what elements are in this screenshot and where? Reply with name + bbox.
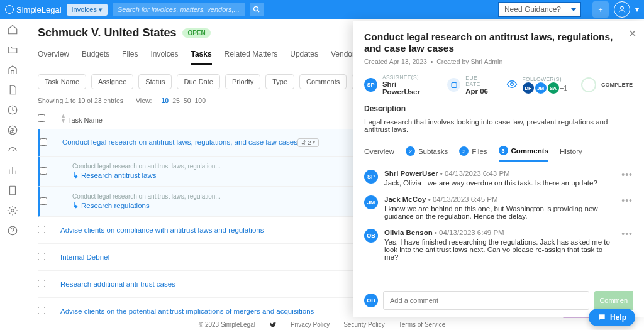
- task-link[interactable]: Advise clients on compliance with antitr…: [60, 226, 264, 234]
- comment-timestamp: • 04/13/2023 6:45 PM: [428, 195, 498, 203]
- row-checkbox[interactable]: [40, 197, 47, 205]
- followers-avatars: DF JM SA +1: [523, 82, 567, 94]
- tab-count-badge: 3: [459, 146, 469, 156]
- comment-input[interactable]: [383, 291, 589, 310]
- footer-link[interactable]: Terms of Service: [399, 321, 445, 328]
- search-button[interactable]: [250, 3, 264, 16]
- tab-tasks[interactable]: Tasks: [191, 46, 211, 65]
- gauge-icon[interactable]: [7, 145, 18, 156]
- view-opt-10[interactable]: 10: [161, 97, 169, 104]
- gear-icon[interactable]: [7, 205, 18, 216]
- task-detail-panel: ✕ Conduct legal research on antitrust la…: [353, 21, 644, 317]
- tab-files[interactable]: Files: [122, 46, 138, 65]
- search-input[interactable]: [113, 3, 245, 16]
- filter-due-date[interactable]: Due Date: [177, 74, 219, 89]
- comment-menu-icon[interactable]: •••: [621, 170, 633, 187]
- row-checkbox[interactable]: [40, 167, 47, 175]
- comment-menu-icon[interactable]: •••: [621, 229, 633, 261]
- followers-more: +1: [560, 85, 567, 92]
- tab-related-matters[interactable]: Related Matters: [225, 46, 278, 65]
- comment-menu-icon[interactable]: •••: [621, 195, 633, 220]
- help-icon[interactable]: [7, 225, 18, 236]
- comment-submit-button[interactable]: Commen: [594, 291, 633, 310]
- col-name[interactable]: Task Name: [68, 116, 103, 124]
- left-rail: »: [0, 19, 25, 330]
- assignee-group[interactable]: SP ASSIGNEE(S) Shri PowerUser: [364, 74, 433, 96]
- tablet-icon[interactable]: [7, 185, 18, 196]
- select-all-checkbox[interactable]: [38, 114, 45, 122]
- panel-tab-overview[interactable]: Overview: [364, 144, 394, 160]
- twitter-icon[interactable]: [269, 321, 277, 329]
- brand-text: SimpleLegal: [16, 5, 62, 14]
- subtask-arrow-icon: ↳: [72, 172, 79, 179]
- task-link[interactable]: Conduct legal research on antitrust laws…: [62, 138, 297, 146]
- row-checkbox[interactable]: [38, 226, 45, 233]
- filter-status[interactable]: Status: [138, 74, 172, 89]
- search-scope-dropdown[interactable]: Invoices ▾: [67, 4, 108, 16]
- follower-avatar: SA: [548, 82, 559, 94]
- help-bubble[interactable]: Help: [589, 309, 635, 326]
- tab-budgets[interactable]: Budgets: [82, 46, 109, 65]
- view-opt-100[interactable]: 100: [195, 97, 206, 104]
- brand[interactable]: SimpleLegal: [5, 5, 62, 14]
- panel-tab-subtasks[interactable]: 2Subtasks: [406, 143, 448, 161]
- home-icon[interactable]: [7, 24, 18, 35]
- task-link[interactable]: Advise clients on the potential antitrus…: [60, 307, 314, 315]
- user-avatar[interactable]: [614, 1, 630, 18]
- description-heading: Description: [364, 104, 633, 113]
- folder-icon[interactable]: [7, 44, 18, 55]
- comment-author: Jack McCoy: [384, 195, 426, 203]
- topbar: SimpleLegal Invoices ▾ Need Guidance? ＋ …: [0, 0, 644, 19]
- subtask-arrow-icon: ↳: [72, 202, 79, 209]
- filter-task-name[interactable]: Task Name: [38, 74, 86, 89]
- tab-updates[interactable]: Updates: [290, 46, 318, 65]
- money-icon[interactable]: [7, 124, 18, 136]
- row-checkbox[interactable]: [40, 138, 47, 146]
- panel-tab-comments[interactable]: 3Comments: [499, 142, 548, 162]
- search-scope-label: Invoices: [72, 6, 97, 13]
- filter-comments[interactable]: Comments: [299, 74, 347, 89]
- row-checkbox[interactable]: [38, 280, 45, 287]
- close-icon[interactable]: ✕: [628, 28, 636, 40]
- panel-created: Created Apr 13, 2023: [364, 58, 427, 65]
- view-opt-25[interactable]: 25: [172, 97, 180, 104]
- eye-icon: [506, 79, 518, 92]
- add-button[interactable]: ＋: [592, 1, 609, 18]
- view-opt-50[interactable]: 50: [184, 97, 191, 104]
- task-link[interactable]: Research antitrust laws: [81, 172, 157, 179]
- assignee-label: ASSIGNEE(S): [382, 74, 433, 80]
- page-title: Schmuck V. United States: [38, 26, 176, 40]
- brand-icon: [5, 5, 14, 14]
- due-group[interactable]: DUE DATE Apr 06: [447, 75, 492, 95]
- panel-tabs: Overview2Subtasks3Files3CommentsHistory: [364, 142, 633, 162]
- task-link[interactable]: Internal Debrief: [60, 253, 110, 261]
- document-icon[interactable]: [7, 84, 18, 96]
- panel-title: Conduct legal research on antitrust laws…: [364, 31, 633, 54]
- entries-text: Showing 1 to 10 of 23 entries: [38, 97, 123, 104]
- task-link[interactable]: Research additional anti-trust cases: [60, 280, 175, 288]
- task-link[interactable]: Research regulations: [81, 202, 150, 209]
- complete-group[interactable]: COMPLETE: [581, 77, 633, 92]
- tab-invoices[interactable]: Invoices: [150, 46, 178, 65]
- filter-type[interactable]: Type: [265, 74, 294, 89]
- filter-assignee[interactable]: Assignee: [91, 74, 133, 89]
- footer-link[interactable]: Security Policy: [343, 321, 385, 328]
- panel-tab-history[interactable]: History: [560, 144, 582, 160]
- reports-icon[interactable]: [7, 165, 18, 176]
- current-user-avatar: OB: [364, 294, 378, 307]
- comment-author: Shri PowerUser: [384, 170, 438, 177]
- tab-overview[interactable]: Overview: [38, 46, 69, 65]
- row-checkbox[interactable]: [38, 253, 45, 260]
- footer: © 2023 SimpleLegal Privacy Policy Securi…: [0, 319, 644, 330]
- subtask-count-chip[interactable]: ⇵ 2: [297, 138, 319, 147]
- footer-link[interactable]: Privacy Policy: [291, 321, 330, 328]
- followers-group[interactable]: FOLLOWER(S) DF JM SA +1: [506, 76, 567, 94]
- guidance-dropdown[interactable]: Need Guidance?: [498, 2, 581, 17]
- vendors-icon[interactable]: [7, 64, 18, 75]
- clock-icon[interactable]: [7, 104, 18, 116]
- row-checkbox[interactable]: [38, 307, 45, 314]
- user-menu-caret[interactable]: ▾: [635, 5, 639, 14]
- sort-icon[interactable]: ▲▼: [60, 113, 66, 123]
- filter-priority[interactable]: Priority: [225, 74, 260, 89]
- panel-tab-files[interactable]: 3Files: [459, 143, 487, 161]
